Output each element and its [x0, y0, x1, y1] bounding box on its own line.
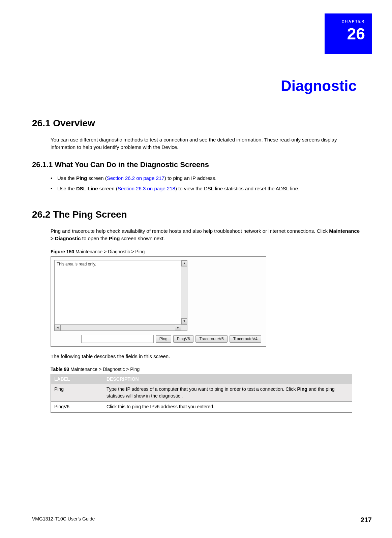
- scroll-right-icon[interactable]: ►: [175, 325, 181, 331]
- cell-text: Type the IP address of a computer that y…: [107, 386, 297, 392]
- ping-button[interactable]: Ping: [156, 335, 171, 343]
- bullet-text: ) to ping an IP address.: [164, 175, 217, 181]
- table-row: PingV6 Click this to ping the IPv6 addre…: [51, 402, 352, 413]
- table-header-label: LABEL: [51, 374, 103, 384]
- scrollbar-vertical[interactable]: ▲ ▼: [181, 260, 187, 324]
- cell-text: Click this to ping the IPv6 address that…: [107, 404, 214, 409]
- table-caption-bold: Table 93: [51, 367, 69, 372]
- table-cell-label: Ping: [51, 384, 103, 402]
- figure-caption: Figure 150 Maintenance > Diagnostic > Pi…: [51, 249, 360, 254]
- para-text: Ping and traceroute help check availabil…: [51, 228, 329, 234]
- footer-page-number: 217: [361, 516, 372, 524]
- figure-output-area: This area is read only. ▲ ▼ ◄ ►: [54, 260, 187, 331]
- field-description-table: LABEL DESCRIPTION Ping Type the IP addre…: [51, 374, 352, 413]
- bullet-text: screen (: [87, 175, 107, 181]
- bullet-link[interactable]: Section 26.2 on page 217: [107, 175, 164, 181]
- bullet-dot-icon: •: [51, 185, 57, 192]
- section-overview-heading: 26.1 Overview: [32, 118, 360, 129]
- table-intro-text: The following table describes the fields…: [51, 353, 360, 360]
- pingv6-button[interactable]: PingV6: [173, 335, 194, 343]
- bullet-text: Use the: [57, 186, 76, 191]
- scroll-up-icon[interactable]: ▲: [181, 260, 187, 266]
- figure-caption-text: Maintenance > Diagnostic > Ping: [74, 249, 145, 254]
- scrollbar-corner: [181, 324, 187, 330]
- para-text: screen shown next.: [120, 235, 165, 241]
- cell-bold: Ping: [297, 386, 307, 392]
- bullet-text: ) to view the DSL line statistics and re…: [175, 186, 299, 191]
- table-caption: Table 93 Maintenance > Diagnostic > Ping: [51, 367, 360, 372]
- ip-address-input[interactable]: [81, 335, 154, 343]
- bullet-dot-icon: •: [51, 175, 57, 182]
- table-header-description: DESCRIPTION: [103, 374, 352, 384]
- footer-guide-name: VMG1312-T10C User's Guide: [32, 516, 95, 524]
- chapter-label: CHAPTER: [342, 20, 365, 23]
- bullet-item: • Use the DSL Line screen (Section 26.3 …: [51, 185, 360, 192]
- scrollbar-horizontal[interactable]: ◄ ►: [55, 324, 181, 330]
- figure-action-row: Ping PingV6 TracerouteV6 TracerouteV4: [54, 335, 261, 343]
- chapter-title: Diagnostic: [32, 77, 360, 94]
- table-cell-label: PingV6: [51, 402, 103, 413]
- bullet-text: screen (: [98, 186, 118, 191]
- para-bold: Ping: [109, 235, 120, 241]
- table-caption-text: Maintenance > Diagnostic > Ping: [69, 367, 140, 372]
- scroll-down-icon[interactable]: ▼: [181, 318, 187, 324]
- scroll-left-icon[interactable]: ◄: [55, 325, 61, 331]
- table-row: Ping Type the IP address of a computer t…: [51, 384, 352, 402]
- bullet-item: • Use the Ping screen (Section 26.2 on p…: [51, 175, 360, 182]
- readonly-label: This area is read only.: [57, 262, 96, 266]
- overview-paragraph: You can use different diagnostic methods…: [51, 136, 360, 151]
- ping-screen-paragraph: Ping and traceroute help check availabil…: [51, 227, 360, 242]
- table-cell-description: Type the IP address of a computer that y…: [103, 384, 352, 402]
- bullet-text: Use the: [57, 175, 76, 181]
- figure-caption-bold: Figure 150: [51, 249, 74, 254]
- traceroutev6-button[interactable]: TracerouteV6: [195, 335, 227, 343]
- chapter-tab: CHAPTER 26: [325, 13, 372, 54]
- page-footer: VMG1312-T10C User's Guide 217: [32, 514, 372, 524]
- section-ping-screen-heading: 26.2 The Ping Screen: [32, 209, 360, 220]
- bullet-list: • Use the Ping screen (Section 26.2 on p…: [51, 175, 360, 193]
- bullet-bold: Ping: [76, 175, 87, 181]
- traceroutev4-button[interactable]: TracerouteV4: [230, 335, 261, 343]
- table-cell-description: Click this to ping the IPv6 address that…: [103, 402, 352, 413]
- bullet-bold: DSL Line: [76, 186, 98, 191]
- figure-ping-screenshot: This area is read only. ▲ ▼ ◄ ► Ping Pin…: [51, 256, 266, 347]
- table-header-row: LABEL DESCRIPTION: [51, 374, 352, 384]
- section-what-you-can-do-heading: 26.1.1 What You Can Do in the Diagnostic…: [32, 160, 360, 169]
- bullet-link[interactable]: Section 26.3 on page 218: [118, 186, 175, 191]
- para-text: to open the: [81, 235, 109, 241]
- chapter-number: 26: [347, 25, 365, 43]
